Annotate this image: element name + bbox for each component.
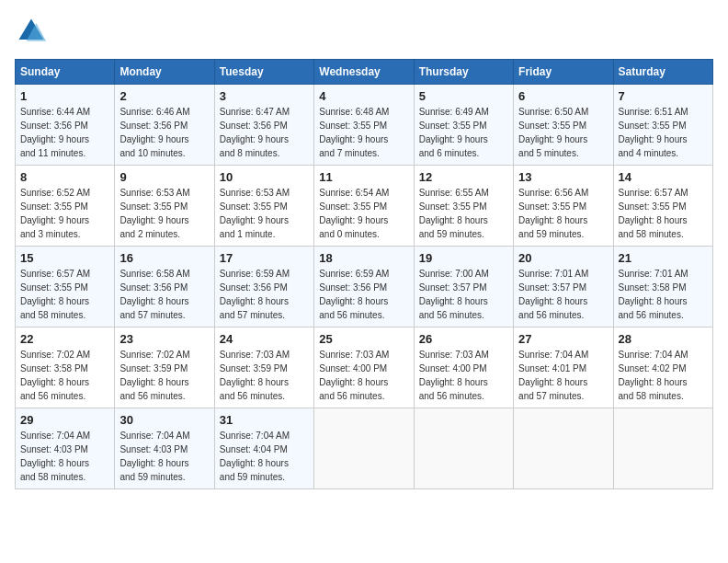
day-info: Sunrise: 6:53 AM Sunset: 3:55 PM Dayligh… xyxy=(119,186,209,241)
column-header-saturday: Saturday xyxy=(613,60,712,85)
calendar-day-cell: 20Sunrise: 7:01 AM Sunset: 3:57 PM Dayli… xyxy=(514,247,613,327)
calendar-day-cell: 23Sunrise: 7:02 AM Sunset: 3:59 PM Dayli… xyxy=(115,327,214,408)
calendar-day-cell: 3Sunrise: 6:47 AM Sunset: 3:56 PM Daylig… xyxy=(214,85,313,166)
day-info: Sunrise: 7:04 AM Sunset: 4:04 PM Dayligh… xyxy=(220,429,309,484)
day-info: Sunrise: 6:59 AM Sunset: 3:56 PM Dayligh… xyxy=(319,267,408,322)
calendar-week-row: 8Sunrise: 6:52 AM Sunset: 3:55 PM Daylig… xyxy=(16,166,713,247)
calendar-day-cell: 22Sunrise: 7:02 AM Sunset: 3:58 PM Dayli… xyxy=(16,327,115,408)
day-number: 1 xyxy=(20,89,109,103)
day-info: Sunrise: 7:04 AM Sunset: 4:01 PM Dayligh… xyxy=(518,348,608,403)
column-header-monday: Monday xyxy=(115,60,214,85)
calendar-day-cell: 16Sunrise: 6:58 AM Sunset: 3:56 PM Dayli… xyxy=(115,247,214,327)
day-number: 18 xyxy=(319,251,408,265)
calendar-day-cell: 28Sunrise: 7:04 AM Sunset: 4:02 PM Dayli… xyxy=(613,327,712,408)
column-header-friday: Friday xyxy=(514,60,613,85)
calendar-day-cell: 15Sunrise: 6:57 AM Sunset: 3:55 PM Dayli… xyxy=(16,247,115,327)
calendar-day-cell: 25Sunrise: 7:03 AM Sunset: 4:00 PM Dayli… xyxy=(314,327,414,408)
day-info: Sunrise: 7:04 AM Sunset: 4:02 PM Dayligh… xyxy=(619,348,708,403)
calendar-day-cell: 26Sunrise: 7:03 AM Sunset: 4:00 PM Dayli… xyxy=(414,327,513,408)
calendar-day-cell: 6Sunrise: 6:50 AM Sunset: 3:55 PM Daylig… xyxy=(514,85,613,166)
day-number: 20 xyxy=(518,251,608,265)
calendar-day-cell: 13Sunrise: 6:56 AM Sunset: 3:55 PM Dayli… xyxy=(514,166,613,247)
empty-cell xyxy=(514,408,613,489)
calendar-day-cell: 27Sunrise: 7:04 AM Sunset: 4:01 PM Dayli… xyxy=(514,327,613,408)
day-info: Sunrise: 6:58 AM Sunset: 3:56 PM Dayligh… xyxy=(119,267,209,322)
day-number: 25 xyxy=(319,332,408,346)
day-number: 26 xyxy=(419,332,508,346)
day-info: Sunrise: 6:47 AM Sunset: 3:56 PM Dayligh… xyxy=(220,105,309,160)
day-number: 30 xyxy=(119,413,209,427)
calendar-day-cell: 7Sunrise: 6:51 AM Sunset: 3:55 PM Daylig… xyxy=(613,85,712,166)
calendar-day-cell: 19Sunrise: 7:00 AM Sunset: 3:57 PM Dayli… xyxy=(414,247,513,327)
calendar-day-cell: 29Sunrise: 7:04 AM Sunset: 4:03 PM Dayli… xyxy=(16,408,115,489)
calendar-week-row: 15Sunrise: 6:57 AM Sunset: 3:55 PM Dayli… xyxy=(16,247,713,327)
day-number: 31 xyxy=(220,413,309,427)
day-info: Sunrise: 7:02 AM Sunset: 3:58 PM Dayligh… xyxy=(20,348,109,403)
calendar-day-cell: 11Sunrise: 6:54 AM Sunset: 3:55 PM Dayli… xyxy=(314,166,414,247)
calendar-week-row: 1Sunrise: 6:44 AM Sunset: 3:56 PM Daylig… xyxy=(16,85,713,166)
day-info: Sunrise: 7:03 AM Sunset: 4:00 PM Dayligh… xyxy=(419,348,508,403)
day-number: 5 xyxy=(419,89,508,103)
day-info: Sunrise: 6:59 AM Sunset: 3:56 PM Dayligh… xyxy=(220,267,309,322)
calendar-day-cell: 2Sunrise: 6:46 AM Sunset: 3:56 PM Daylig… xyxy=(115,85,214,166)
empty-cell xyxy=(314,408,414,489)
day-number: 28 xyxy=(619,332,708,346)
day-info: Sunrise: 6:56 AM Sunset: 3:55 PM Dayligh… xyxy=(518,186,608,241)
calendar-week-row: 22Sunrise: 7:02 AM Sunset: 3:58 PM Dayli… xyxy=(16,327,713,408)
page-header xyxy=(15,15,713,48)
day-info: Sunrise: 7:03 AM Sunset: 3:59 PM Dayligh… xyxy=(220,348,309,403)
day-info: Sunrise: 7:02 AM Sunset: 3:59 PM Dayligh… xyxy=(119,348,209,403)
calendar-day-cell: 5Sunrise: 6:49 AM Sunset: 3:55 PM Daylig… xyxy=(414,85,513,166)
logo-icon xyxy=(15,15,48,48)
day-number: 22 xyxy=(20,332,109,346)
empty-cell xyxy=(414,408,513,489)
day-info: Sunrise: 7:04 AM Sunset: 4:03 PM Dayligh… xyxy=(119,429,209,484)
day-number: 13 xyxy=(518,170,608,184)
day-number: 6 xyxy=(518,89,608,103)
column-header-sunday: Sunday xyxy=(16,60,115,85)
day-number: 16 xyxy=(119,251,209,265)
day-number: 11 xyxy=(319,170,408,184)
calendar-day-cell: 24Sunrise: 7:03 AM Sunset: 3:59 PM Dayli… xyxy=(214,327,313,408)
day-number: 27 xyxy=(518,332,608,346)
day-info: Sunrise: 6:57 AM Sunset: 3:55 PM Dayligh… xyxy=(619,186,708,241)
day-number: 19 xyxy=(419,251,508,265)
day-info: Sunrise: 7:04 AM Sunset: 4:03 PM Dayligh… xyxy=(20,429,109,484)
day-number: 21 xyxy=(619,251,708,265)
calendar-day-cell: 31Sunrise: 7:04 AM Sunset: 4:04 PM Dayli… xyxy=(214,408,313,489)
day-info: Sunrise: 6:48 AM Sunset: 3:55 PM Dayligh… xyxy=(319,105,408,160)
calendar-day-cell: 18Sunrise: 6:59 AM Sunset: 3:56 PM Dayli… xyxy=(314,247,414,327)
day-number: 8 xyxy=(20,170,109,184)
day-info: Sunrise: 7:01 AM Sunset: 3:57 PM Dayligh… xyxy=(518,267,608,322)
column-header-wednesday: Wednesday xyxy=(314,60,414,85)
day-info: Sunrise: 6:49 AM Sunset: 3:55 PM Dayligh… xyxy=(419,105,508,160)
day-info: Sunrise: 6:57 AM Sunset: 3:55 PM Dayligh… xyxy=(20,267,109,322)
calendar-day-cell: 10Sunrise: 6:53 AM Sunset: 3:55 PM Dayli… xyxy=(214,166,313,247)
logo xyxy=(15,15,51,48)
day-number: 24 xyxy=(220,332,309,346)
day-info: Sunrise: 6:46 AM Sunset: 3:56 PM Dayligh… xyxy=(119,105,209,160)
day-number: 9 xyxy=(119,170,209,184)
calendar-day-cell: 9Sunrise: 6:53 AM Sunset: 3:55 PM Daylig… xyxy=(115,166,214,247)
calendar-day-cell: 17Sunrise: 6:59 AM Sunset: 3:56 PM Dayli… xyxy=(214,247,313,327)
calendar-day-cell: 30Sunrise: 7:04 AM Sunset: 4:03 PM Dayli… xyxy=(115,408,214,489)
day-number: 17 xyxy=(220,251,309,265)
day-info: Sunrise: 6:54 AM Sunset: 3:55 PM Dayligh… xyxy=(319,186,408,241)
empty-cell xyxy=(613,408,712,489)
day-info: Sunrise: 6:53 AM Sunset: 3:55 PM Dayligh… xyxy=(220,186,309,241)
calendar-day-cell: 14Sunrise: 6:57 AM Sunset: 3:55 PM Dayli… xyxy=(613,166,712,247)
day-info: Sunrise: 6:52 AM Sunset: 3:55 PM Dayligh… xyxy=(20,186,109,241)
calendar-day-cell: 4Sunrise: 6:48 AM Sunset: 3:55 PM Daylig… xyxy=(314,85,414,166)
day-number: 4 xyxy=(319,89,408,103)
calendar-week-row: 29Sunrise: 7:04 AM Sunset: 4:03 PM Dayli… xyxy=(16,408,713,489)
day-info: Sunrise: 6:55 AM Sunset: 3:55 PM Dayligh… xyxy=(419,186,508,241)
calendar-day-cell: 1Sunrise: 6:44 AM Sunset: 3:56 PM Daylig… xyxy=(16,85,115,166)
day-info: Sunrise: 6:50 AM Sunset: 3:55 PM Dayligh… xyxy=(518,105,608,160)
calendar-day-cell: 21Sunrise: 7:01 AM Sunset: 3:58 PM Dayli… xyxy=(613,247,712,327)
column-header-tuesday: Tuesday xyxy=(214,60,313,85)
day-info: Sunrise: 6:51 AM Sunset: 3:55 PM Dayligh… xyxy=(619,105,708,160)
day-number: 3 xyxy=(220,89,309,103)
calendar-table: SundayMondayTuesdayWednesdayThursdayFrid… xyxy=(15,59,713,489)
day-number: 10 xyxy=(220,170,309,184)
day-info: Sunrise: 6:44 AM Sunset: 3:56 PM Dayligh… xyxy=(20,105,109,160)
